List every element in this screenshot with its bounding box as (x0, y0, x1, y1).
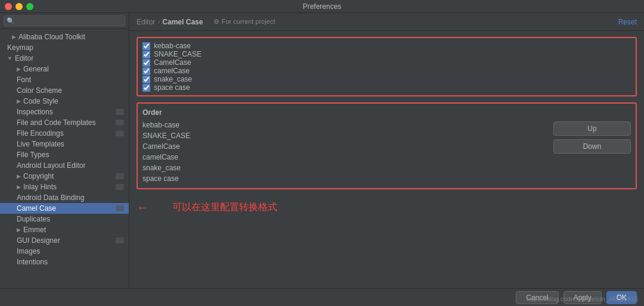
checkbox-space-case[interactable] (143, 84, 150, 92)
sidebar-item-android-data-binding[interactable]: Android Data Binding (0, 192, 129, 203)
checkbox-camelCase[interactable] (143, 67, 150, 75)
checkbox-row: space case (143, 83, 631, 92)
order-list-item[interactable]: camelCase (143, 152, 547, 162)
sidebar-item-label: Copyright (23, 172, 54, 180)
expand-icon: ▶ (17, 66, 21, 72)
search-bar[interactable] (0, 13, 129, 29)
sidebar-item-file-encodings[interactable]: File Encodings (0, 128, 129, 139)
checkbox-label: space case (154, 83, 190, 92)
order-section: Order kebab-caseSNAKE_CASECamelCasecamel… (137, 102, 637, 189)
sidebar-item-label: Camel Case (17, 204, 56, 213)
order-list-item[interactable]: space case (143, 174, 547, 183)
sidebar-item-label: Live Templates (17, 140, 64, 148)
sidebar: ▶Alibaba Cloud ToolkitKeymap▼Editor▶Gene… (0, 13, 129, 288)
close-button[interactable] (5, 3, 12, 10)
sidebar-item-editor[interactable]: ▼Editor (0, 53, 129, 64)
arrow-icon: ← (137, 201, 148, 214)
expand-icon: ▶ (12, 34, 16, 40)
content-toolbar: Editor › Camel Case ⚙ For current projec… (129, 13, 644, 31)
sidebar-item-file-types[interactable]: File Types (0, 149, 129, 160)
order-list-item[interactable]: CamelCase (143, 142, 547, 151)
sidebar-item-label: Intentions (17, 258, 48, 266)
sidebar-item-label: Inlay Hints (23, 183, 57, 191)
sidebar-item-label: GUI Designer (17, 236, 60, 245)
maximize-button[interactable] (26, 3, 33, 10)
sidebar-item-file-code-templates[interactable]: File and Code Templates (0, 117, 129, 128)
sidebar-items-container: ▶Alibaba Cloud ToolkitKeymap▼Editor▶Gene… (0, 29, 129, 267)
sidebar-item-label: File and Code Templates (17, 118, 96, 127)
side-indicator-icon (116, 173, 124, 179)
breadcrumb-current: Camel Case (162, 18, 203, 26)
bottom-bar: Cancel Apply OK https://blog.csdn.net/we… (0, 288, 644, 306)
down-button[interactable]: Down (553, 139, 631, 154)
sidebar-item-android-layout[interactable]: Android Layout Editor (0, 160, 129, 171)
sidebar-item-camel-case[interactable]: Camel Case (0, 203, 129, 214)
sidebar-item-duplicates[interactable]: Duplicates (0, 214, 129, 224)
sidebar-item-general[interactable]: ▶General (0, 64, 129, 74)
checkbox-row: kebab-case (143, 42, 631, 50)
traffic-lights (5, 3, 33, 10)
checkbox-SNAKE-CASE[interactable] (143, 51, 150, 58)
breadcrumb-parent: Editor (137, 18, 155, 26)
sidebar-item-label: Images (17, 247, 40, 255)
order-list-item[interactable]: SNAKE_CASE (143, 131, 547, 140)
checkbox-label: CamelCase (154, 58, 191, 67)
up-button[interactable]: Up (553, 121, 631, 136)
content-body: kebab-caseSNAKE_CASECamelCasecamelCasesn… (129, 31, 644, 288)
annotation-text: 可以在这里配置转换格式 (172, 201, 277, 214)
side-indicator-icon (116, 109, 124, 115)
checkbox-label: camelCase (154, 67, 190, 75)
checkbox-snake-case[interactable] (143, 76, 150, 83)
checkbox-row: CamelCase (143, 58, 631, 67)
checkbox-label: kebab-case (154, 42, 191, 50)
checkbox-row: camelCase (143, 67, 631, 75)
for-current-project[interactable]: ⚙ For current project (213, 18, 275, 26)
minimize-button[interactable] (16, 3, 23, 10)
checkbox-label: SNAKE_CASE (154, 50, 202, 58)
breadcrumb: Editor › Camel Case (137, 18, 203, 26)
order-body: kebab-caseSNAKE_CASECamelCasecamelCasesn… (143, 120, 631, 183)
reset-button[interactable]: Reset (618, 18, 637, 26)
expand-icon: ▶ (17, 173, 21, 179)
order-title: Order (143, 108, 631, 117)
sidebar-item-gui-designer[interactable]: GUI Designer (0, 235, 129, 246)
side-indicator-icon (116, 130, 124, 136)
checkbox-list-box: kebab-caseSNAKE_CASECamelCasecamelCasesn… (137, 37, 637, 96)
sidebar-item-label: Alibaba Cloud Toolkit (18, 33, 85, 41)
side-indicator-icon (116, 238, 124, 243)
sidebar-item-label: General (23, 65, 49, 73)
sidebar-item-copyright[interactable]: ▶Copyright (0, 171, 129, 182)
sidebar-item-emmet[interactable]: ▶Emmet (0, 224, 129, 235)
checkbox-kebab-case[interactable] (143, 42, 150, 50)
sidebar-item-label: Code Style (23, 97, 58, 105)
sidebar-item-intentions[interactable]: Intentions (0, 257, 129, 267)
checkbox-CamelCase[interactable] (143, 59, 150, 67)
annotation-area: ← 可以在这里配置转换格式 (137, 195, 637, 219)
content-panel: Editor › Camel Case ⚙ For current projec… (129, 13, 644, 288)
sidebar-item-alibaba[interactable]: ▶Alibaba Cloud Toolkit (0, 32, 129, 42)
sidebar-item-inspections[interactable]: Inspections (0, 107, 129, 117)
order-buttons: Up Down (553, 120, 631, 183)
sidebar-item-color-scheme[interactable]: Color Scheme (0, 85, 129, 96)
checkbox-items-container: kebab-caseSNAKE_CASECamelCasecamelCasesn… (143, 42, 631, 92)
order-list-item[interactable]: snake_case (143, 163, 547, 173)
sidebar-item-label: Keymap (7, 43, 33, 52)
sidebar-item-label: Inspections (17, 108, 53, 116)
sidebar-item-inlay-hints[interactable]: ▶Inlay Hints (0, 182, 129, 192)
order-list-item[interactable]: kebab-case (143, 120, 547, 130)
side-indicator-icon (116, 120, 124, 126)
side-indicator-icon (116, 205, 124, 211)
sidebar-item-label: Duplicates (17, 215, 50, 223)
side-indicator-icon (116, 184, 124, 190)
sidebar-item-label: File Encodings (17, 129, 64, 138)
search-input[interactable] (4, 15, 125, 26)
watermark: https://blog.csdn.net/weixin_46285416 (527, 295, 638, 302)
checkbox-label: snake_case (154, 75, 192, 83)
sidebar-item-images[interactable]: Images (0, 246, 129, 257)
sidebar-item-live-templates[interactable]: Live Templates (0, 139, 129, 149)
window-title: Preferences (303, 2, 342, 11)
sidebar-item-keymap[interactable]: Keymap (0, 42, 129, 53)
sidebar-item-label: Editor (15, 54, 33, 63)
sidebar-item-code-style[interactable]: ▶Code Style (0, 96, 129, 107)
sidebar-item-font[interactable]: Font (0, 74, 129, 85)
